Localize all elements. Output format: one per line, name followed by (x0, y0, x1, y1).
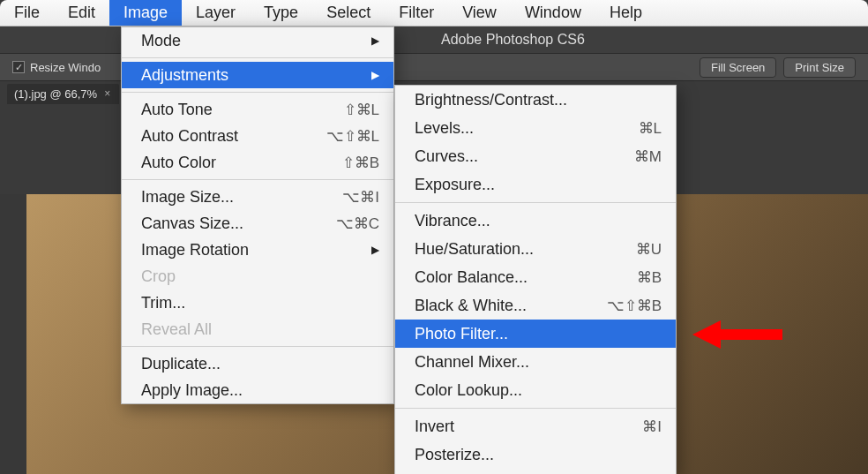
image-menu-image-rotation[interactable]: Image Rotation ▶ (122, 237, 393, 263)
close-icon[interactable]: × (104, 87, 110, 100)
menu-label: Auto Contrast (141, 127, 282, 146)
menubar-item-edit[interactable]: Edit (54, 0, 109, 26)
image-menu-duplicate[interactable]: Duplicate... (122, 350, 393, 377)
image-menu-auto-contrast[interactable]: Auto Contrast ⌥⇧⌘L (122, 123, 393, 149)
adjust-color-balance[interactable]: Color Balance... ⌘B (395, 263, 676, 291)
image-menu-adjustments-label: Adjustments (141, 66, 350, 85)
menu-label: Hue/Saturation... (415, 240, 565, 259)
adjust-channel-mixer[interactable]: Channel Mixer... (395, 348, 676, 376)
menu-shortcut: ⌘B (600, 268, 662, 287)
adjustments-submenu: Brightness/Contrast... Levels... ⌘L Curv… (394, 85, 677, 474)
menu-label: Image Size... (141, 188, 282, 207)
image-menu-mode-label: Mode (141, 32, 350, 50)
image-menu-image-size[interactable]: Image Size... ⌥⌘I (122, 184, 393, 210)
adjust-exposure[interactable]: Exposure... (395, 170, 676, 199)
menu-separator (395, 408, 676, 409)
fill-screen-button[interactable]: Fill Screen (700, 57, 776, 78)
menubar-item-layer[interactable]: Layer (182, 0, 250, 26)
adjust-color-lookup[interactable]: Color Lookup... (395, 376, 676, 404)
menubar-item-view[interactable]: View (448, 0, 511, 26)
adjust-brightness-contrast[interactable]: Brightness/Contrast... (395, 86, 676, 114)
image-menu-crop: Crop (122, 263, 393, 290)
print-size-button[interactable]: Print Size (783, 57, 856, 78)
menu-label: Reveal All (141, 320, 379, 339)
menu-label: Channel Mixer... (415, 353, 662, 372)
menu-shortcut: ⌥⌘C (318, 214, 379, 233)
resize-windows-label: Resize Windo (30, 61, 101, 74)
menubar-item-select[interactable]: Select (312, 0, 385, 26)
adjust-black-white[interactable]: Black & White... ⌥⇧⌘B (395, 291, 676, 320)
menu-label: Vibrance... (415, 212, 662, 230)
mac-menubar: File Edit Image Layer Type Select Filter… (0, 0, 868, 26)
menubar-item-help[interactable]: Help (595, 0, 656, 26)
menu-label: Exposure... (415, 176, 662, 194)
menu-shortcut: ⌥⌘I (318, 188, 379, 207)
menu-label: Invert (415, 418, 565, 436)
menubar-item-filter[interactable]: Filter (385, 0, 448, 26)
image-menu-auto-tone[interactable]: Auto Tone ⇧⌘L (122, 96, 393, 123)
image-menu-apply-image[interactable]: Apply Image... (122, 377, 393, 403)
menu-label: Apply Image... (141, 381, 379, 400)
menu-label: Color Lookup... (415, 381, 662, 400)
adjust-invert[interactable]: Invert ⌘I (395, 412, 676, 440)
menu-shortcut: ⌘I (600, 418, 662, 436)
menu-label: Color Balance... (415, 268, 565, 287)
adjust-hue-saturation[interactable]: Hue/Saturation... ⌘U (395, 235, 676, 263)
image-menu-auto-color[interactable]: Auto Color ⇧⌘B (122, 149, 393, 176)
menu-shortcut: ⌥⇧⌘L (318, 127, 379, 146)
menu-label: Image Rotation (141, 241, 350, 260)
menu-label: Trim... (141, 294, 379, 312)
menu-label: Duplicate... (141, 355, 379, 373)
submenu-arrow-icon: ▶ (371, 34, 379, 47)
menu-label: Auto Tone (141, 101, 282, 119)
adjust-levels[interactable]: Levels... ⌘L (395, 114, 676, 142)
menu-shortcut: ⌘U (600, 240, 662, 259)
app-title: Adobe Photoshop CS6 (441, 32, 585, 48)
image-menu-reveal-all: Reveal All (122, 316, 393, 342)
doc-tab[interactable]: (1).jpg @ 66,7% × (7, 84, 119, 104)
menu-label: Curves... (415, 147, 565, 166)
menu-separator (395, 202, 676, 203)
image-menu: Mode ▶ Adjustments ▶ Auto Tone ⇧⌘L Auto … (121, 26, 394, 404)
menu-label: Brightness/Contrast... (415, 91, 662, 109)
menu-label: Auto Color (141, 154, 282, 172)
doc-tab-label: (1).jpg @ 66,7% (14, 87, 97, 101)
submenu-arrow-icon: ▶ (371, 244, 379, 256)
menu-label: Crop (141, 267, 379, 286)
resize-windows-checkbox[interactable]: ✓ (12, 61, 25, 73)
image-menu-adjustments[interactable]: Adjustments ▶ (122, 62, 393, 88)
menu-shortcut: ⌘M (600, 147, 662, 166)
menu-shortcut: ⌘L (600, 119, 662, 138)
menu-shortcut: ⇧⌘L (318, 101, 379, 119)
image-menu-trim[interactable]: Trim... (122, 290, 393, 316)
menu-shortcut: ⌥⇧⌘B (600, 297, 662, 315)
image-menu-mode[interactable]: Mode ▶ (122, 27, 393, 54)
adjust-vibrance[interactable]: Vibrance... (395, 207, 676, 235)
menu-label: Photo Filter... (415, 325, 662, 343)
menubar-item-image[interactable]: Image (109, 0, 182, 26)
menu-label: Black & White... (415, 297, 565, 315)
adjust-photo-filter[interactable]: Photo Filter... (395, 320, 676, 348)
menu-separator (122, 179, 393, 180)
menu-separator (122, 346, 393, 347)
menu-label: Posterize... (415, 446, 662, 464)
menu-label: Canvas Size... (141, 214, 282, 233)
adjust-posterize[interactable]: Posterize... (395, 440, 676, 469)
menubar-item-type[interactable]: Type (250, 0, 312, 26)
menu-separator (122, 92, 393, 93)
menu-label: Levels... (415, 119, 565, 138)
image-menu-canvas-size[interactable]: Canvas Size... ⌥⌘C (122, 210, 393, 237)
menubar-item-file[interactable]: File (0, 0, 54, 26)
menubar-item-window[interactable]: Window (511, 0, 595, 26)
adjust-curves[interactable]: Curves... ⌘M (395, 142, 676, 170)
submenu-arrow-icon: ▶ (371, 69, 379, 81)
annotation-arrow-icon (692, 320, 782, 349)
menu-shortcut: ⇧⌘B (318, 154, 379, 172)
menu-separator (122, 57, 393, 58)
